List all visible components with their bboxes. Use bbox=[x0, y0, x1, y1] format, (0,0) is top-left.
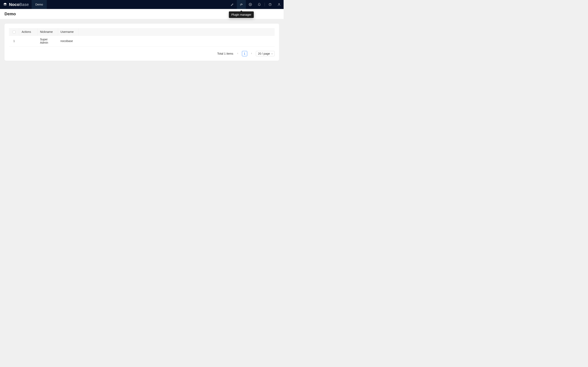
page-title: Demo bbox=[4, 12, 16, 16]
edit-icon[interactable] bbox=[228, 0, 237, 9]
pagination-next[interactable] bbox=[249, 52, 254, 55]
tooltip-text: Plugin manager bbox=[231, 13, 251, 16]
pagination-page-size[interactable]: 20 / page bbox=[256, 51, 275, 56]
brand-logo-text: NocoBase bbox=[9, 2, 29, 7]
plugin-manager-icon[interactable]: Plugin manager bbox=[237, 0, 246, 9]
header-actions: Actions bbox=[19, 28, 38, 36]
header-username: Username bbox=[58, 28, 78, 36]
topbar: NocoBase Demo Plugin manager bbox=[0, 0, 284, 9]
header-nickname: Nickname bbox=[38, 28, 58, 36]
header-empty bbox=[78, 28, 275, 36]
nav-tab-demo[interactable]: Demo bbox=[32, 0, 47, 9]
content-wrap: Actions Nickname Username 1 Super Admin … bbox=[0, 19, 284, 65]
svg-point-0 bbox=[250, 4, 251, 5]
row-empty bbox=[78, 36, 275, 47]
pagination-page-label: 1 bbox=[244, 52, 245, 55]
card: Actions Nickname Username 1 Super Admin … bbox=[4, 24, 279, 61]
pagination: Total 1 items 1 20 / page bbox=[9, 51, 275, 56]
brand-name-bold: Noco bbox=[9, 2, 19, 7]
data-table: Actions Nickname Username 1 Super Admin … bbox=[9, 28, 275, 47]
header-checkbox-cell bbox=[9, 28, 19, 36]
user-icon[interactable] bbox=[275, 0, 284, 9]
pagination-page-1[interactable]: 1 bbox=[242, 51, 247, 56]
tooltip-plugin-manager: Plugin manager bbox=[229, 11, 254, 18]
topbar-icons: Plugin manager bbox=[228, 0, 284, 9]
pagination-prev[interactable] bbox=[235, 52, 240, 55]
brand-logo[interactable]: NocoBase bbox=[0, 0, 32, 9]
topbar-divider bbox=[265, 3, 265, 6]
row-actions bbox=[19, 36, 38, 47]
row-index: 1 bbox=[9, 36, 19, 47]
svg-point-3 bbox=[278, 3, 279, 4]
table-header-row: Actions Nickname Username bbox=[9, 28, 275, 36]
pagination-page-size-label: 20 / page bbox=[258, 52, 270, 55]
brand-name-light: Base bbox=[19, 2, 29, 7]
help-icon[interactable] bbox=[266, 0, 275, 9]
row-username: nocobase bbox=[58, 36, 78, 47]
nav-tab-label: Demo bbox=[35, 3, 43, 6]
brand-logo-icon bbox=[3, 2, 7, 7]
notifications-icon[interactable] bbox=[255, 0, 264, 9]
pagination-total: Total 1 items bbox=[217, 52, 233, 55]
row-nickname: Super Admin bbox=[38, 36, 58, 47]
svg-point-2 bbox=[270, 5, 270, 5]
table-row[interactable]: 1 Super Admin nocobase bbox=[9, 36, 275, 47]
select-all-checkbox[interactable] bbox=[13, 31, 16, 33]
settings-icon[interactable] bbox=[246, 0, 255, 9]
